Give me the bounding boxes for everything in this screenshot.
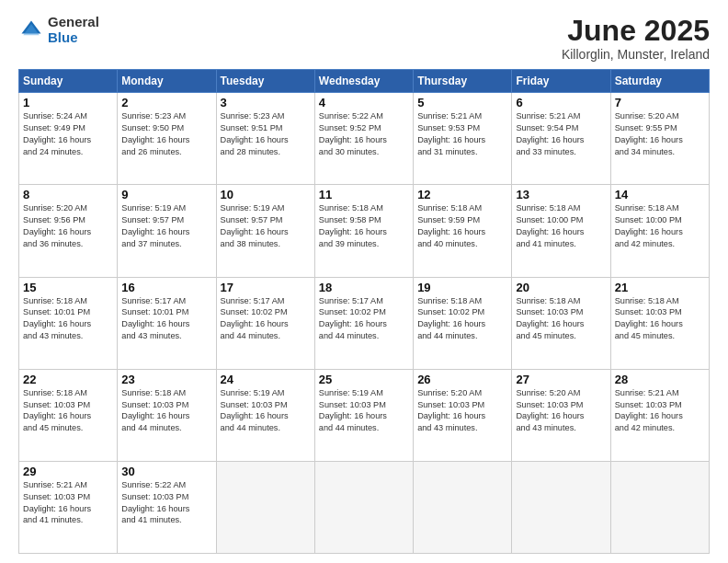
day-info: Sunrise: 5:19 AM Sunset: 10:03 PM Daylig… <box>319 387 409 435</box>
day-info: Sunrise: 5:18 AM Sunset: 10:03 PM Daylig… <box>516 295 606 343</box>
calendar-day-empty <box>216 461 314 553</box>
logo-icon <box>18 17 44 43</box>
calendar-day-18: 18Sunrise: 5:17 AM Sunset: 10:02 PM Dayl… <box>314 277 413 369</box>
calendar-day-13: 13Sunrise: 5:18 AM Sunset: 10:00 PM Dayl… <box>512 185 610 277</box>
logo: General Blue <box>18 15 99 45</box>
day-number: 15 <box>23 281 113 294</box>
day-number: 11 <box>319 188 409 201</box>
day-number: 30 <box>121 465 211 478</box>
calendar-day-9: 9Sunrise: 5:19 AM Sunset: 9:57 PM Daylig… <box>118 185 216 277</box>
calendar-week-3: 22Sunrise: 5:18 AM Sunset: 10:03 PM Dayl… <box>19 369 710 461</box>
calendar-day-14: 14Sunrise: 5:18 AM Sunset: 10:00 PM Dayl… <box>610 185 709 277</box>
day-info: Sunrise: 5:20 AM Sunset: 9:56 PM Dayligh… <box>23 202 113 250</box>
col-header-thursday: Thursday <box>414 70 512 93</box>
calendar-day-empty <box>414 461 512 553</box>
day-info: Sunrise: 5:18 AM Sunset: 10:03 PM Daylig… <box>23 387 113 435</box>
day-info: Sunrise: 5:24 AM Sunset: 9:49 PM Dayligh… <box>23 110 113 158</box>
calendar-day-21: 21Sunrise: 5:18 AM Sunset: 10:03 PM Dayl… <box>610 277 709 369</box>
day-info: Sunrise: 5:21 AM Sunset: 10:03 PM Daylig… <box>23 479 113 527</box>
day-number: 10 <box>221 188 311 201</box>
calendar-header-row: SundayMondayTuesdayWednesdayThursdayFrid… <box>19 70 710 93</box>
day-info: Sunrise: 5:21 AM Sunset: 9:54 PM Dayligh… <box>516 110 606 158</box>
calendar-day-empty <box>610 461 709 553</box>
title-block: June 2025 Killorglin, Munster, Ireland <box>562 15 710 62</box>
location: Killorglin, Munster, Ireland <box>562 47 710 62</box>
day-info: Sunrise: 5:23 AM Sunset: 9:51 PM Dayligh… <box>221 110 311 158</box>
calendar-table: SundayMondayTuesdayWednesdayThursdayFrid… <box>18 69 710 554</box>
day-number: 2 <box>121 96 211 109</box>
calendar-day-empty <box>512 461 610 553</box>
logo-general: General <box>48 15 99 30</box>
calendar-week-4: 29Sunrise: 5:21 AM Sunset: 10:03 PM Dayl… <box>19 461 710 553</box>
calendar-day-16: 16Sunrise: 5:17 AM Sunset: 10:01 PM Dayl… <box>118 277 216 369</box>
calendar-day-17: 17Sunrise: 5:17 AM Sunset: 10:02 PM Dayl… <box>216 277 314 369</box>
calendar-day-22: 22Sunrise: 5:18 AM Sunset: 10:03 PM Dayl… <box>19 369 118 461</box>
day-number: 26 <box>417 373 507 386</box>
day-number: 6 <box>516 96 606 109</box>
day-number: 1 <box>23 96 113 109</box>
day-info: Sunrise: 5:19 AM Sunset: 9:57 PM Dayligh… <box>121 202 211 250</box>
day-number: 27 <box>516 373 606 386</box>
header: General Blue June 2025 Killorglin, Munst… <box>18 15 710 62</box>
calendar-day-29: 29Sunrise: 5:21 AM Sunset: 10:03 PM Dayl… <box>19 461 118 553</box>
calendar-day-empty <box>314 461 413 553</box>
calendar-week-0: 1Sunrise: 5:24 AM Sunset: 9:49 PM Daylig… <box>19 93 710 185</box>
calendar-day-26: 26Sunrise: 5:20 AM Sunset: 10:03 PM Dayl… <box>414 369 512 461</box>
calendar-day-24: 24Sunrise: 5:19 AM Sunset: 10:03 PM Dayl… <box>216 369 314 461</box>
calendar-day-25: 25Sunrise: 5:19 AM Sunset: 10:03 PM Dayl… <box>314 369 413 461</box>
col-header-tuesday: Tuesday <box>216 70 314 93</box>
day-info: Sunrise: 5:23 AM Sunset: 9:50 PM Dayligh… <box>121 110 211 158</box>
day-info: Sunrise: 5:18 AM Sunset: 9:59 PM Dayligh… <box>417 202 507 250</box>
day-number: 7 <box>615 96 705 109</box>
day-info: Sunrise: 5:21 AM Sunset: 10:03 PM Daylig… <box>615 387 705 435</box>
calendar-week-2: 15Sunrise: 5:18 AM Sunset: 10:01 PM Dayl… <box>19 277 710 369</box>
calendar-day-3: 3Sunrise: 5:23 AM Sunset: 9:51 PM Daylig… <box>216 93 314 185</box>
col-header-wednesday: Wednesday <box>314 70 413 93</box>
calendar-day-10: 10Sunrise: 5:19 AM Sunset: 9:57 PM Dayli… <box>216 185 314 277</box>
day-number: 3 <box>221 96 311 109</box>
calendar-day-15: 15Sunrise: 5:18 AM Sunset: 10:01 PM Dayl… <box>19 277 118 369</box>
logo-blue: Blue <box>48 30 99 46</box>
calendar-day-20: 20Sunrise: 5:18 AM Sunset: 10:03 PM Dayl… <box>512 277 610 369</box>
month-title: June 2025 <box>562 15 710 47</box>
day-number: 4 <box>319 96 409 109</box>
calendar-day-28: 28Sunrise: 5:21 AM Sunset: 10:03 PM Dayl… <box>610 369 709 461</box>
col-header-sunday: Sunday <box>19 70 118 93</box>
day-number: 22 <box>23 373 113 386</box>
calendar-day-6: 6Sunrise: 5:21 AM Sunset: 9:54 PM Daylig… <box>512 93 610 185</box>
day-number: 16 <box>121 281 211 294</box>
day-info: Sunrise: 5:22 AM Sunset: 10:03 PM Daylig… <box>121 479 211 527</box>
calendar-day-1: 1Sunrise: 5:24 AM Sunset: 9:49 PM Daylig… <box>19 93 118 185</box>
calendar-day-11: 11Sunrise: 5:18 AM Sunset: 9:58 PM Dayli… <box>314 185 413 277</box>
day-info: Sunrise: 5:18 AM Sunset: 10:00 PM Daylig… <box>516 202 606 250</box>
day-info: Sunrise: 5:18 AM Sunset: 10:03 PM Daylig… <box>615 295 705 343</box>
day-info: Sunrise: 5:18 AM Sunset: 10:03 PM Daylig… <box>121 387 211 435</box>
col-header-friday: Friday <box>512 70 610 93</box>
calendar-day-5: 5Sunrise: 5:21 AM Sunset: 9:53 PM Daylig… <box>414 93 512 185</box>
day-number: 18 <box>319 281 409 294</box>
day-number: 20 <box>516 281 606 294</box>
day-number: 13 <box>516 188 606 201</box>
day-number: 23 <box>121 373 211 386</box>
col-header-monday: Monday <box>118 70 216 93</box>
calendar-day-19: 19Sunrise: 5:18 AM Sunset: 10:02 PM Dayl… <box>414 277 512 369</box>
day-info: Sunrise: 5:17 AM Sunset: 10:02 PM Daylig… <box>221 295 311 343</box>
col-header-saturday: Saturday <box>610 70 709 93</box>
day-info: Sunrise: 5:18 AM Sunset: 10:02 PM Daylig… <box>417 295 507 343</box>
day-info: Sunrise: 5:20 AM Sunset: 10:03 PM Daylig… <box>417 387 507 435</box>
day-info: Sunrise: 5:22 AM Sunset: 9:52 PM Dayligh… <box>319 110 409 158</box>
day-number: 24 <box>221 373 311 386</box>
day-number: 19 <box>417 281 507 294</box>
day-number: 14 <box>615 188 705 201</box>
day-info: Sunrise: 5:21 AM Sunset: 9:53 PM Dayligh… <box>417 110 507 158</box>
day-info: Sunrise: 5:19 AM Sunset: 10:03 PM Daylig… <box>221 387 311 435</box>
logo-text: General Blue <box>48 15 99 45</box>
day-number: 29 <box>23 465 113 478</box>
calendar-day-12: 12Sunrise: 5:18 AM Sunset: 9:59 PM Dayli… <box>414 185 512 277</box>
day-info: Sunrise: 5:17 AM Sunset: 10:01 PM Daylig… <box>121 295 211 343</box>
day-number: 12 <box>417 188 507 201</box>
calendar-day-2: 2Sunrise: 5:23 AM Sunset: 9:50 PM Daylig… <box>118 93 216 185</box>
calendar-day-7: 7Sunrise: 5:20 AM Sunset: 9:55 PM Daylig… <box>610 93 709 185</box>
day-number: 25 <box>319 373 409 386</box>
day-info: Sunrise: 5:20 AM Sunset: 9:55 PM Dayligh… <box>615 110 705 158</box>
